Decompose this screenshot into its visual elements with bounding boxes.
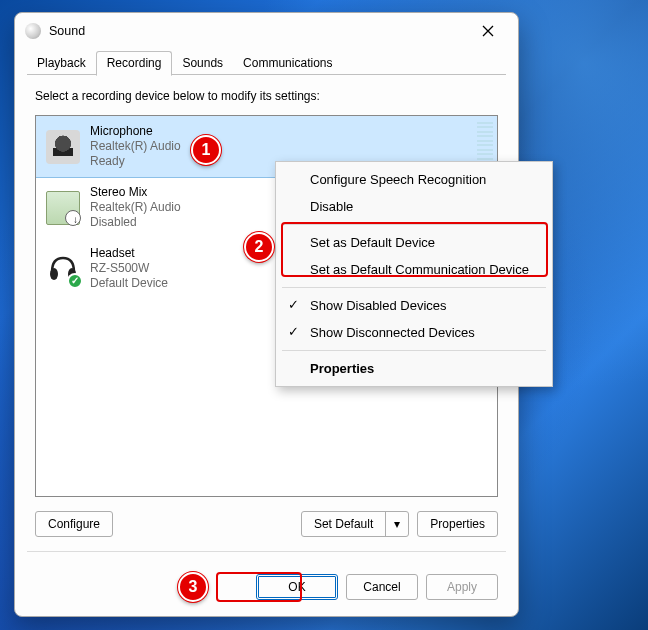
level-meter (477, 122, 493, 164)
microphone-icon (46, 130, 80, 164)
default-check-badge: ✓ (67, 273, 83, 289)
lower-button-row: Configure Set Default ▾ Properties (35, 511, 498, 537)
menu-separator (282, 224, 546, 225)
instruction-text: Select a recording device below to modif… (35, 89, 498, 103)
device-driver: RZ-S500W (90, 261, 168, 276)
tab-recording[interactable]: Recording (96, 51, 173, 76)
set-default-dropdown[interactable]: ▾ (386, 512, 408, 536)
callout-2: 2 (244, 232, 274, 262)
set-default-split-button[interactable]: Set Default ▾ (301, 511, 409, 537)
set-default-button[interactable]: Set Default (302, 512, 386, 536)
tab-playback[interactable]: Playback (27, 52, 96, 75)
sound-icon (25, 23, 41, 39)
headset-icon: ✓ (46, 252, 80, 286)
device-driver: Realtek(R) Audio (90, 139, 181, 154)
dialog-buttons: OK Cancel Apply (15, 562, 518, 616)
tab-strip: Playback Recording Sounds Communications (15, 49, 518, 75)
context-menu: Configure Speech Recognition Disable Set… (275, 161, 553, 387)
menu-properties[interactable]: Properties (276, 355, 552, 382)
device-name: Headset (90, 246, 168, 261)
close-button[interactable] (466, 16, 510, 46)
properties-button[interactable]: Properties (417, 511, 498, 537)
check-icon: ✓ (288, 324, 299, 339)
callout-3: 3 (178, 572, 208, 602)
device-name: Microphone (90, 124, 181, 139)
tab-communications[interactable]: Communications (233, 52, 342, 75)
menu-set-default-device[interactable]: Set as Default Device (276, 229, 552, 256)
apply-button[interactable]: Apply (426, 574, 498, 600)
device-driver: Realtek(R) Audio (90, 200, 181, 215)
close-icon (482, 25, 494, 37)
sound-card-icon (46, 191, 80, 225)
titlebar: Sound (15, 13, 518, 49)
device-status: Disabled (90, 215, 181, 230)
menu-set-default-comm-device[interactable]: Set as Default Communication Device (276, 256, 552, 283)
device-status: Ready (90, 154, 181, 169)
menu-configure-speech[interactable]: Configure Speech Recognition (276, 166, 552, 193)
menu-show-disabled[interactable]: ✓Show Disabled Devices (276, 292, 552, 319)
window-title: Sound (49, 24, 85, 38)
separator (27, 551, 506, 552)
svg-point-0 (50, 268, 58, 280)
callout-1: 1 (191, 135, 221, 165)
menu-show-disconnected[interactable]: ✓Show Disconnected Devices (276, 319, 552, 346)
menu-separator (282, 287, 546, 288)
device-status: Default Device (90, 276, 168, 291)
ok-button[interactable]: OK (256, 574, 338, 600)
chevron-down-icon: ▾ (394, 517, 400, 531)
configure-button[interactable]: Configure (35, 511, 113, 537)
check-icon: ✓ (288, 297, 299, 312)
device-name: Stereo Mix (90, 185, 181, 200)
menu-disable[interactable]: Disable (276, 193, 552, 220)
tab-sounds[interactable]: Sounds (172, 52, 233, 75)
cancel-button[interactable]: Cancel (346, 574, 418, 600)
menu-separator (282, 350, 546, 351)
